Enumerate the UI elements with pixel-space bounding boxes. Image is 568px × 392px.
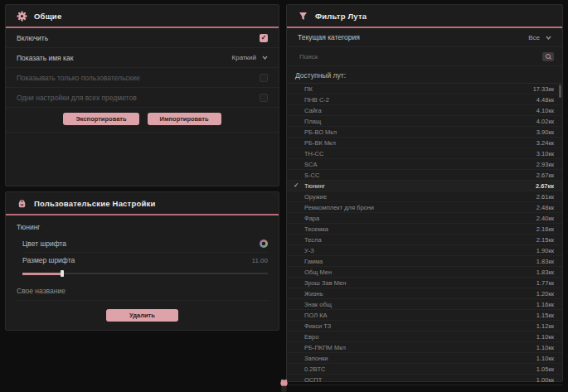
loot-item-value: 1.20кк — [536, 290, 554, 298]
loot-item-row[interactable]: ПК 17.33кк — [287, 84, 562, 94]
loot-item-value: 2.93кк — [536, 161, 554, 168]
loot-item-row[interactable]: Фара 2.40кк — [287, 213, 562, 224]
loot-item-value: 1.83кк — [536, 269, 554, 276]
slider-fill — [22, 273, 62, 275]
loot-item-value: 2.67кк — [536, 182, 554, 190]
panel-loot-filter: Фильтр Лута Текущая категория Все Доступ… — [286, 4, 563, 382]
loot-item-name: S-СС — [304, 172, 536, 179]
loot-item-name: Знак общ — [304, 301, 536, 308]
loot-item-row[interactable]: Запонки 1.10кк — [287, 353, 562, 364]
panel-title-general: Общие — [34, 12, 61, 21]
delete-button[interactable]: Удалить — [106, 309, 178, 322]
setting-row-name-mode: Показать имя как Краткий — [6, 48, 279, 68]
slider-handle[interactable] — [61, 270, 64, 277]
category-row: Текущая категория Все — [287, 28, 562, 47]
loot-item-name: 0.2BTC — [304, 365, 536, 373]
loot-item-name: SCA — [304, 161, 536, 168]
mascot-icon — [279, 378, 289, 392]
loot-item-row[interactable]: ПНВ С-2 4.48кк — [287, 94, 562, 105]
loot-item-row[interactable]: У-З 1.90кк — [287, 245, 562, 256]
loot-item-value: 4.48кк — [536, 96, 554, 104]
same-settings-label: Одни настройки для всех предметов — [17, 94, 137, 102]
loot-item-name: Жизнь — [304, 290, 536, 298]
panel-custom-settings: Пользовательские Настройки Тюнинг Цвет ш… — [5, 191, 279, 331]
font-size-slider[interactable] — [22, 270, 268, 278]
custom-only-checkbox[interactable] — [260, 74, 268, 82]
loot-item-row[interactable]: SCA 2.93кк — [287, 159, 562, 170]
loot-item-value: 4.10кк — [536, 107, 554, 114]
enable-checkbox[interactable]: ✓ — [260, 34, 268, 42]
gear-icon — [17, 11, 27, 22]
loot-filter-app: Общие Включить ✓ Показать имя как Кратки… — [0, 0, 568, 392]
loot-item-name: Ремкомплект для брони — [304, 204, 536, 211]
search-input[interactable] — [298, 52, 537, 61]
loot-item-row[interactable]: 0.2BTC 1.05кк — [287, 364, 562, 375]
loot-item-name: ПОЛ КА — [304, 312, 536, 319]
category-label: Текущая категория — [298, 33, 360, 41]
backpack-icon — [17, 198, 27, 209]
category-dropdown[interactable]: Все — [528, 34, 551, 41]
loot-item-row[interactable]: ✓ Тюнинг 2.67кк — [287, 181, 562, 191]
loot-item-row[interactable]: Сайга 4.10кк — [287, 105, 562, 116]
name-mode-value: Краткий — [232, 54, 256, 61]
loot-item-value: 3.24кк — [536, 139, 554, 147]
loot-item-value: 1.05кк — [536, 365, 554, 373]
loot-item-row[interactable]: Оружие 2.61кк — [287, 191, 562, 202]
loot-item-name: РБ-ПКПМ Мкл — [304, 344, 536, 351]
loot-list: ПК 17.33кк ПНВ С-2 4.48кк Сайга 4.10кк П… — [287, 83, 562, 385]
enable-label: Включить — [17, 34, 48, 42]
loot-item-row[interactable]: Тесемка 2.16кк — [287, 224, 562, 235]
loot-item-name: РБ-ВО Мкл — [304, 128, 536, 136]
loot-item-value: 1.16кк — [536, 301, 554, 308]
loot-item-name: Фикси ТЗ — [304, 322, 536, 330]
filter-header: Фильтр Лута — [287, 5, 562, 28]
chevron-down-icon — [546, 34, 551, 41]
selected-item-name: Тюнинг — [6, 215, 279, 235]
delete-row: Удалить — [6, 301, 279, 322]
loot-item-row[interactable]: Ремкомплект для брони 2.48кк — [287, 202, 562, 213]
loot-item-name: Общ Мен — [304, 269, 536, 276]
loot-item-value: 2.15кк — [536, 236, 554, 244]
loot-item-name: ПНВ С-2 — [304, 96, 536, 104]
loot-item-row[interactable]: Знак общ 1.16кк — [287, 299, 562, 310]
loot-item-row[interactable]: Плащ 4.02кк — [287, 116, 562, 127]
loot-item-row[interactable]: Жизнь 1.20кк — [287, 288, 562, 299]
font-size-label: Размер шрифта — [22, 256, 75, 264]
loot-item-row[interactable]: Тесла 2.15кк — [287, 235, 562, 245]
loot-item-row[interactable]: РБ-ВК Мкл 3.24кк — [287, 138, 562, 148]
loot-item-row[interactable]: ТН-СС 3.10кк — [287, 148, 562, 159]
loot-item-row[interactable]: Фикси ТЗ 1.12кк — [287, 321, 562, 332]
loot-item-row[interactable]: Общ Мен 1.83кк — [287, 267, 562, 278]
loot-item-row[interactable]: S-СС 2.67кк — [287, 170, 562, 181]
same-settings-checkbox[interactable] — [260, 94, 268, 102]
panel-title-custom: Пользовательские Настройки — [34, 199, 156, 208]
loot-item-name: ПК — [304, 85, 533, 93]
setting-row-same-settings: Одни настройки для всех предметов — [6, 88, 279, 108]
search-row — [287, 47, 562, 66]
name-mode-dropdown[interactable]: Краткий — [232, 54, 268, 61]
general-header: Общие — [6, 5, 279, 28]
loot-item-row[interactable]: Гамма 1.83кк — [287, 256, 562, 267]
export-button[interactable]: Экспортировать — [63, 113, 138, 125]
custom-only-label: Показывать только пользовательские — [17, 74, 140, 82]
list-scrollbar-thumb[interactable] — [559, 85, 561, 98]
search-button[interactable] — [542, 52, 554, 61]
custom-name-input[interactable] — [17, 283, 268, 301]
loot-item-name: Тюнинг — [304, 182, 536, 190]
loot-item-value: 3.10кк — [536, 150, 554, 157]
setting-row-custom-only: Показывать только пользовательские — [6, 68, 279, 88]
import-button[interactable]: Импортировать — [148, 113, 221, 125]
loot-item-value: 1.10кк — [536, 344, 554, 351]
loot-item-row[interactable]: ОСПТ 1.00кк — [287, 375, 562, 385]
loot-item-row[interactable]: Евро 1.10кк — [287, 332, 562, 342]
loot-item-name: Тесла — [304, 236, 536, 244]
loot-item-row[interactable]: ПОЛ КА 1.15кк — [287, 310, 562, 321]
loot-item-row[interactable]: РБ-ПКПМ Мкл 1.10кк — [287, 342, 562, 353]
loot-item-row[interactable]: Зрош Зав Мен 1.77кк — [287, 278, 562, 288]
loot-item-row[interactable]: РБ-ВО Мкл 3.90кк — [287, 127, 562, 138]
loot-item-name: Оружие — [304, 193, 536, 201]
loot-item-value: 4.02кк — [536, 118, 554, 125]
color-wheel-icon[interactable] — [260, 240, 268, 248]
loot-item-value: 1.00кк — [536, 376, 554, 384]
loot-item-value: 1.77кк — [536, 279, 554, 287]
